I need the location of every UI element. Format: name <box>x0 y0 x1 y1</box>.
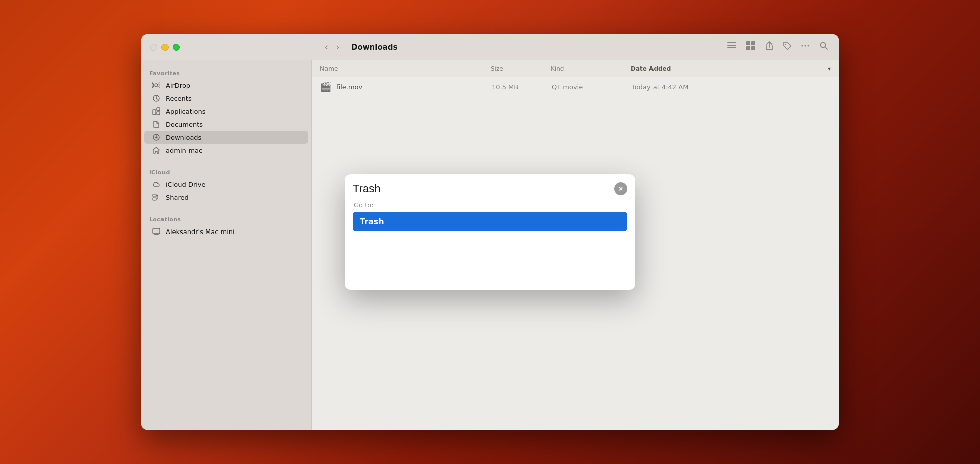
finder-window: ‹ › Downloads <box>141 34 839 430</box>
dialog-search-row: × <box>353 182 627 195</box>
dialog-suggestion[interactable]: Trash <box>353 212 627 231</box>
dialog-overlay: × Go to: Trash <box>141 34 839 430</box>
goto-input[interactable] <box>353 182 610 195</box>
dialog-goto-label: Go to: <box>353 201 627 209</box>
dialog-clear-button[interactable]: × <box>614 182 627 195</box>
dialog-empty-area <box>353 231 627 282</box>
goto-dialog: × Go to: Trash <box>345 174 635 290</box>
